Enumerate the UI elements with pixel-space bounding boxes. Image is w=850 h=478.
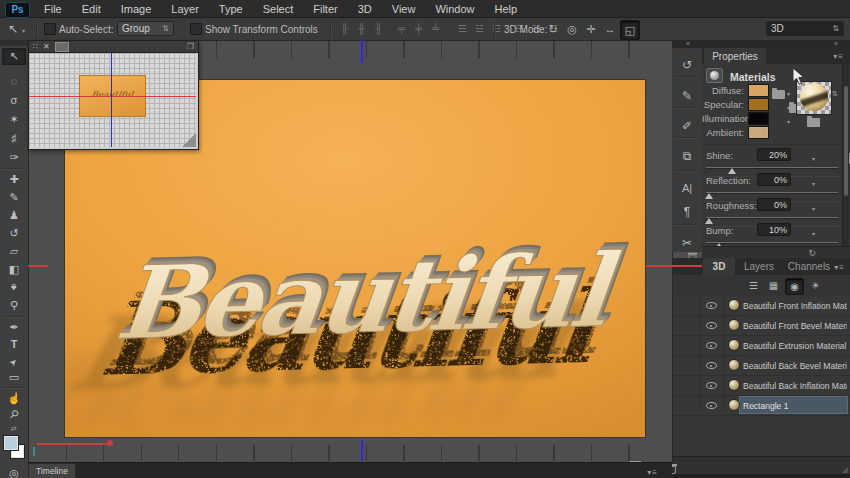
distribute-bottom-edges-button[interactable]: ☲ [488,20,505,38]
menu-view[interactable]: View [382,3,426,15]
align-left-edges-button[interactable]: ╟ [336,20,353,38]
visibility-eye-icon[interactable] [706,320,717,331]
vertical-guide-tick-bottom[interactable] [361,440,363,461]
brush-presets-panel-icon[interactable]: ✐ [672,119,702,133]
eyedropper-tool[interactable]: ✑ [2,149,26,166]
auto-select-checkbox[interactable] [44,23,56,35]
roughness-slider-thumb[interactable] [705,218,713,224]
filter-whole-scene-icon[interactable]: ☰ [745,278,762,293]
menu-help[interactable]: Help [485,3,528,15]
workspace-dropdown[interactable]: 3D ⇅ [766,21,844,36]
visibility-eye-icon[interactable] [706,380,717,391]
tool-presets-panel-icon[interactable]: ✂ [672,236,702,250]
refresh-icon[interactable]: ↻ [808,248,816,258]
horizontal-guide-tick-left[interactable] [28,265,48,267]
specular-color-swatch[interactable] [748,98,769,111]
illumination-texture-folder-icon[interactable] [807,118,820,127]
3d-axis-x-line[interactable] [37,443,109,445]
hand-tool[interactable]: ☝ [2,390,26,407]
tab-3d[interactable]: 3D [703,258,735,275]
roughness-value[interactable]: 0% [757,198,791,211]
panel-menu-icon[interactable]: ▾≡ [833,52,844,61]
shine-value[interactable]: 20% [757,148,791,161]
roughness-slider[interactable] [706,217,838,218]
visibility-eye-icon[interactable] [706,400,717,411]
close-window-icon[interactable]: ✕ [43,42,50,51]
reflection-value[interactable]: 0% [757,173,791,186]
brushes-panel-icon[interactable]: ✎ [672,89,702,103]
secondary-view-area[interactable]: Beautiful [29,53,196,147]
material-ball-preview[interactable] [800,83,828,111]
eraser-tool[interactable]: ▱ [2,243,26,260]
toolbar-grip[interactable] [0,40,28,46]
type-tool[interactable]: T [2,336,26,353]
current-tool-icon[interactable]: ↖ [8,23,18,35]
swap-colors-icon[interactable]: ⇄ [11,425,17,433]
show-transform-checkbox[interactable] [190,23,202,35]
resize-grip-icon[interactable]: ◢ [842,465,848,474]
blur-tool[interactable]: ♠ [2,279,26,296]
material-preview-arrows-icon[interactable]: ⇅ [832,90,838,98]
shape-tool[interactable]: ▭ [2,369,26,386]
path-selection-tool[interactable]: ➤ [2,353,26,370]
roll-3d-camera-button[interactable]: ◎ [563,20,581,38]
visibility-eye-icon[interactable] [706,300,717,311]
group-dropdown[interactable]: Group ⇅ [117,21,174,36]
pen-tool[interactable]: ✒ [2,319,26,336]
paragraph-panel-icon[interactable]: ¶ [672,205,702,219]
scrollbar-thumb[interactable] [844,86,848,196]
clone-source-panel-icon[interactable]: ⧉ [672,149,702,163]
slide-3d-camera-button[interactable]: ↔ [601,20,619,38]
vertical-guide-tick-top[interactable] [361,40,363,63]
secondary-view-titlebar[interactable]: ∷ ✕ ❐ [29,41,198,53]
drag-3d-camera-button[interactable]: ✛ [582,20,600,38]
crop-tool[interactable]: ♯ [2,130,26,147]
properties-scrollbar[interactable] [842,64,849,246]
float-window-icon[interactable]: ❐ [187,42,194,51]
clone-stamp-tool[interactable]: ♟ [2,207,26,224]
distribute-vertical-centers-button[interactable]: ☱ [471,20,488,38]
tool-preset-caret-icon[interactable]: ▾ [22,27,25,34]
horizontal-guide-tick-right[interactable] [646,265,702,267]
gradient-tool[interactable]: ◧ [2,261,26,278]
vertical-guide[interactable] [111,53,112,147]
dodge-tool[interactable]: ⚲ [2,297,26,314]
collapse-panels-icon[interactable]: « [686,40,690,47]
move-tool[interactable]: ↖ [2,48,26,65]
3d-axis-z-line[interactable] [33,447,35,456]
brush-tool[interactable]: ✎ [2,189,26,206]
menu-image[interactable]: Image [111,3,162,15]
filter-lights-icon[interactable]: ☀ [807,278,824,293]
bump-slider[interactable] [706,242,838,243]
illumination-color-swatch[interactable] [748,112,769,125]
rotate-3d-camera-button[interactable]: ↻ [544,20,562,38]
zoom-tool[interactable]: ⚲ [2,406,26,423]
character-panel-icon[interactable]: A| [672,182,702,194]
material-preview-box[interactable] [796,81,832,115]
visibility-eye-icon[interactable] [706,340,717,351]
menu-edit[interactable]: Edit [72,3,111,15]
horizontal-guide[interactable] [29,96,196,97]
menu-select[interactable]: Select [253,3,304,15]
shine-slider[interactable] [706,167,838,168]
menu-layer[interactable]: Layer [161,3,209,15]
marquee-tool[interactable]: ◌ [2,73,26,90]
ambient-color-swatch[interactable] [748,126,769,139]
bump-value[interactable]: 10% [757,223,791,236]
filter-materials-icon[interactable]: ◉ [785,278,804,295]
3d-axis-x-handle[interactable] [107,440,113,446]
magic-wand-tool[interactable]: ✶ [2,111,26,128]
quick-mask-toggle[interactable]: ◎ [2,465,26,478]
resize-grip-icon[interactable] [182,133,196,147]
history-brush-tool[interactable]: ↺ [2,225,26,242]
menu-filter[interactable]: Filter [303,3,347,15]
collapse-panels-icon[interactable]: « [834,40,838,47]
reflection-slider-thumb[interactable] [705,193,713,199]
align-right-edges-button[interactable]: ╢ [370,20,387,38]
document-thumbnail-icon[interactable] [55,42,69,52]
menu-file[interactable]: File [34,3,72,15]
secondary-view-window[interactable]: ∷ ✕ ❐ Beautiful [28,40,199,150]
panel-menu-icon[interactable]: ▾≡ [834,263,845,272]
align-top-edges-button[interactable]: ╤ [393,20,410,38]
history-panel-icon[interactable]: ↺ [672,58,702,72]
